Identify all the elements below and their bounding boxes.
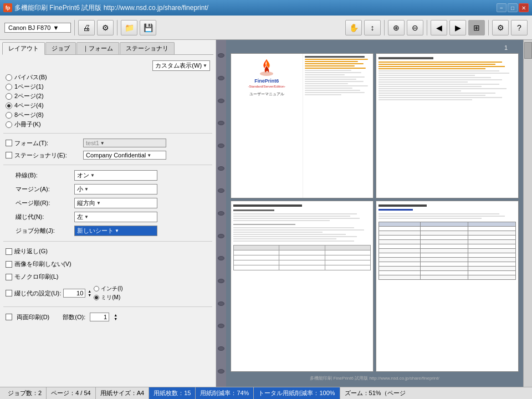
scrollbar[interactable] xyxy=(523,40,532,387)
save-button[interactable]: 💾 xyxy=(140,20,156,35)
tab-stationery[interactable]: ステーショナリ xyxy=(120,42,175,54)
radio-4page-label: 4ページ(4) xyxy=(14,101,44,110)
preview-container: 1 xyxy=(216,40,532,387)
page-order-select[interactable]: 縦方向 ▼ xyxy=(74,198,157,208)
spiral-dot-4 xyxy=(218,121,224,125)
spiral-dot-9 xyxy=(218,234,224,238)
toolbar: Canon BJ F870 ▼ 🖨 ⚙ 📁 💾 ✋ ↕ ⊕ ⊖ ◀ ▶ ⊞ ⚙ … xyxy=(0,16,532,40)
tab-job[interactable]: ジョブ xyxy=(45,42,76,54)
mono-checkbox-row: モノクロ印刷(L) xyxy=(3,272,212,282)
radio-2page-input[interactable] xyxy=(6,93,12,100)
page-order-row: ページ順(R): 縦方向 ▼ xyxy=(3,197,212,209)
radio-8page-input[interactable] xyxy=(6,112,12,119)
copies-input[interactable] xyxy=(90,313,109,321)
properties-button[interactable]: ⚙ xyxy=(97,20,114,35)
stationery-select-arrow: ▼ xyxy=(147,153,151,158)
margin-select[interactable]: 小 ▼ xyxy=(74,184,157,195)
unit-mm-row[interactable]: ミリ(M) xyxy=(94,294,122,301)
radio-1page-input[interactable] xyxy=(6,84,12,90)
binding-size-input[interactable] xyxy=(63,289,85,298)
binding-select[interactable]: 左 ▼ xyxy=(74,212,157,222)
separator-2 xyxy=(3,165,212,165)
preview-page-4 xyxy=(376,201,519,372)
maximize-button[interactable]: □ xyxy=(508,3,518,12)
print-button[interactable]: 🖨 xyxy=(78,20,95,35)
settings-button[interactable]: ⚙ xyxy=(492,20,509,35)
radio-2page[interactable]: 2ページ(2) xyxy=(6,92,212,100)
next-page-button[interactable]: ▶ xyxy=(449,20,466,35)
app-icon: fp xyxy=(3,3,12,12)
duplex-checkbox[interactable] xyxy=(6,314,12,320)
tab-form[interactable]: ｜フォーム xyxy=(76,42,119,54)
printer-select-arrow: ▼ xyxy=(53,24,59,31)
spiral-dot-11 xyxy=(218,279,224,283)
copies-label: 部数(O): xyxy=(63,313,85,321)
open-folder-button[interactable]: 📁 xyxy=(121,20,137,35)
stationery-select[interactable]: Company Confidential ▼ xyxy=(83,151,166,160)
repeat-label: 繰り返し(G) xyxy=(14,247,48,255)
titlebar-buttons: − □ ✕ xyxy=(497,3,529,12)
zoom-out-button[interactable]: ⊖ xyxy=(407,20,423,35)
form-checkbox[interactable] xyxy=(6,140,12,146)
unit-inch-row[interactable]: インチ(I) xyxy=(94,285,122,293)
radio-booklet[interactable]: 小冊子(K) xyxy=(6,120,212,129)
radio-1page[interactable]: 1ページ(1) xyxy=(6,83,212,91)
radio-4page[interactable]: 4ページ(4) xyxy=(6,101,212,110)
repeat-checkbox[interactable] xyxy=(6,248,12,255)
radio-bypass-input[interactable] xyxy=(6,74,12,81)
spiral-dot-14 xyxy=(218,346,224,351)
main-window: fp 多機能印刷 FinePrint6 試用版 http://www.nsd.c… xyxy=(0,0,532,399)
form-row: フォーム(T): test1 ▼ xyxy=(3,138,212,148)
form-select[interactable]: test1 ▼ xyxy=(83,139,166,147)
radio-4page-input[interactable] xyxy=(6,103,12,109)
page-layout-radio-group: バイパス(B) 1ページ(1) 2ページ(2) 4ページ(4) xyxy=(3,73,212,129)
radio-booklet-input[interactable] xyxy=(6,121,12,128)
radio-8page[interactable]: 8ページ(8) xyxy=(6,111,212,119)
close-button[interactable]: ✕ xyxy=(519,3,529,12)
margin-select-arrow: ▼ xyxy=(84,187,89,192)
border-row: 枠線(B): オン ▼ xyxy=(3,170,212,181)
prev-page-button[interactable]: ◀ xyxy=(431,20,447,35)
help-button[interactable]: ? xyxy=(511,20,528,35)
cursor-button[interactable]: ↕ xyxy=(364,20,381,35)
job-sep-label: ジョブ分離(J): xyxy=(6,227,72,235)
binding-size-label: 綴じ代の設定(U): xyxy=(14,289,61,298)
zoom-in-button[interactable]: ⊕ xyxy=(388,20,405,35)
preview-area: 1 xyxy=(226,40,532,387)
hand-tool-button[interactable]: ✋ xyxy=(345,20,362,35)
page-layout-button[interactable]: ⊞ xyxy=(468,20,485,35)
margin-value: 小 xyxy=(77,185,83,193)
status-jobs: ジョブ数：2 xyxy=(3,387,47,399)
scroll-thumb[interactable] xyxy=(524,42,532,59)
stationery-checkbox[interactable] xyxy=(6,152,12,158)
custom-display-select[interactable]: カスタム表示(W) ▼ xyxy=(152,60,210,71)
border-select[interactable]: オン ▼ xyxy=(74,170,157,181)
printer-select[interactable]: Canon BJ F870 ▼ xyxy=(4,23,71,33)
repeat-checkbox-row: 繰り返し(G) xyxy=(3,246,212,257)
mono-checkbox[interactable] xyxy=(6,274,12,280)
binding-size-spinner[interactable]: ▲▼ xyxy=(88,289,91,297)
unit-mm-label: ミリ(M) xyxy=(101,294,120,301)
radio-2page-label: 2ページ(2) xyxy=(14,92,44,100)
margin-label: マージン(A): xyxy=(6,185,72,193)
duplex-label: 両面印刷(D) xyxy=(17,313,49,321)
unit-mm-radio[interactable] xyxy=(94,295,99,300)
logo-subtitle: -Standard/Server/Edition- xyxy=(248,85,285,88)
printer-name: Canon BJ F870 xyxy=(8,24,50,31)
mono-label: モノクロ印刷(L) xyxy=(14,273,58,281)
copies-spinner[interactable]: ▲▼ xyxy=(114,313,117,321)
no-image-checkbox[interactable] xyxy=(6,261,12,268)
job-sep-row: ジョブ分離(J): 新しいシート ▼ xyxy=(3,225,212,237)
minimize-button[interactable]: − xyxy=(497,3,507,12)
binding-size-row: 綴じ代の設定(U): ▲▼ インチ(I) ミリ(M) xyxy=(3,284,212,302)
binding-value: 左 xyxy=(77,213,83,221)
unit-inch-radio[interactable] xyxy=(94,286,99,291)
job-sep-select[interactable]: 新しいシート ▼ xyxy=(74,226,157,236)
job-sep-value: 新しいシート xyxy=(77,227,114,235)
spiral-dot-3 xyxy=(218,99,224,103)
binding-size-checkbox[interactable] xyxy=(6,290,12,296)
tab-layout[interactable]: レイアウト xyxy=(2,42,45,55)
page-2-number: 1 xyxy=(514,55,516,60)
toolbar-separator-2 xyxy=(117,20,117,35)
radio-bypass[interactable]: バイパス(B) xyxy=(6,73,212,81)
